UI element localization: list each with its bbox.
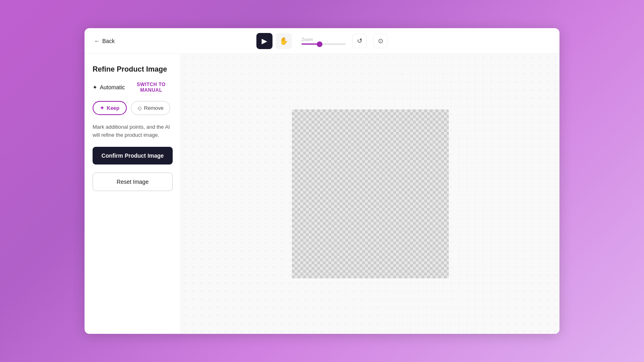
main-card: ← Back ▶ ✋ Zoom ↺ ⊙ Refine Prod — [85, 28, 559, 334]
back-label: Back — [102, 38, 115, 44]
back-button[interactable]: ← Back — [94, 38, 115, 44]
reset-icon: ↺ — [357, 37, 362, 45]
automatic-icon: ✦ — [93, 84, 97, 90]
transparency-checker — [292, 109, 449, 278]
remove-icon: ◇ — [138, 105, 142, 111]
hand-icon: ✋ — [279, 37, 288, 45]
keep-icon: ✦ — [100, 105, 104, 111]
sidebar-title: Refine Product Image — [93, 65, 173, 74]
keep-button[interactable]: ✦ Keep — [93, 101, 127, 115]
cursor-icon: ▶ — [262, 37, 267, 45]
zoom-slider[interactable] — [301, 43, 346, 45]
image-container — [292, 109, 449, 278]
hint-text: Mark additional points, and the AI will … — [93, 123, 173, 139]
zoom-control: Zoom — [301, 37, 346, 45]
mode-row: ✦ Automatic SWITCH TO MANUAL — [93, 82, 173, 93]
remove-button[interactable]: ◇ Remove — [131, 101, 170, 115]
switch-to-manual-button[interactable]: SWITCH TO MANUAL — [130, 82, 173, 93]
top-bar: ← Back ▶ ✋ Zoom ↺ ⊙ — [85, 28, 559, 54]
reset-view-button[interactable]: ↺ — [352, 34, 367, 48]
body-area: Refine Product Image ✦ Automatic SWITCH … — [85, 54, 559, 334]
settings-icon: ⊙ — [378, 37, 383, 45]
automatic-label: ✦ Automatic — [93, 84, 125, 90]
sidebar: Refine Product Image ✦ Automatic SWITCH … — [85, 54, 181, 334]
canvas-area[interactable] — [181, 54, 559, 334]
settings-button[interactable]: ⊙ — [373, 34, 388, 48]
keep-remove-row: ✦ Keep ◇ Remove — [93, 101, 173, 115]
back-arrow-icon: ← — [94, 38, 100, 44]
confirm-product-image-button[interactable]: Confirm Product Image — [93, 147, 173, 165]
select-tool-button[interactable]: ▶ — [256, 33, 272, 49]
hand-tool-button[interactable]: ✋ — [276, 33, 292, 49]
top-center-tools: ▶ ✋ Zoom ↺ ⊙ — [256, 33, 388, 49]
reset-image-button[interactable]: Reset Image — [93, 173, 173, 191]
